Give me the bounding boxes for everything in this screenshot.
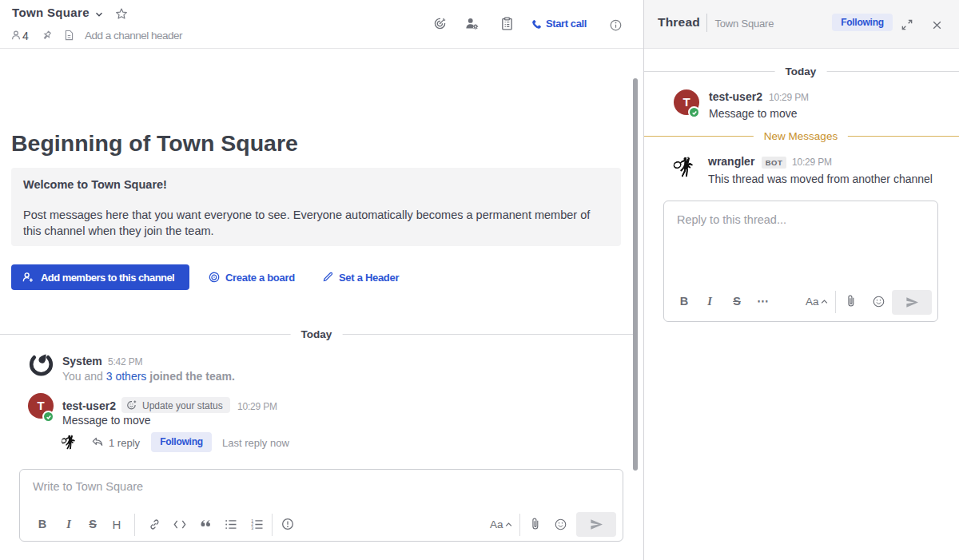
svg-text:3: 3 <box>251 526 253 530</box>
